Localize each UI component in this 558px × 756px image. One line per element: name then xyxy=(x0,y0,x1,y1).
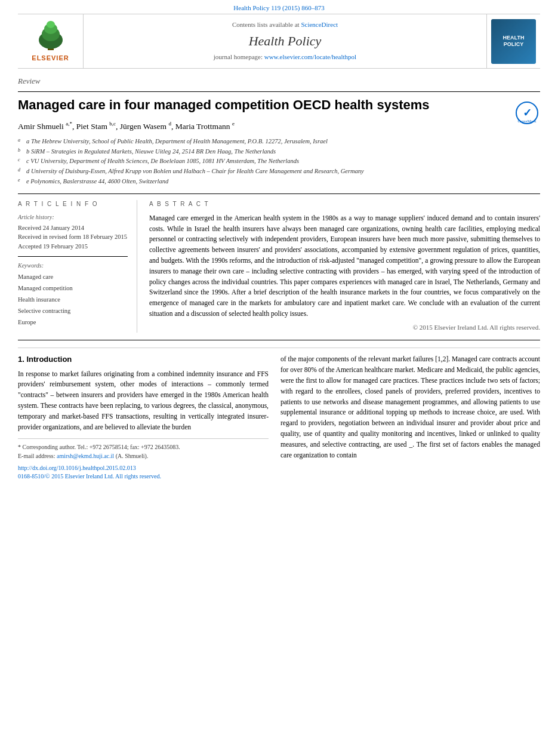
body-footnote: * Corresponding author. Tel.: +972 26758… xyxy=(18,438,269,460)
affil-d: dd University of Duisburg-Essen, Alfred … xyxy=(18,167,540,176)
keyword-3: Health insurance xyxy=(18,294,128,306)
sciencedirect-link[interactable]: ScienceDirect xyxy=(301,21,338,28)
journal-homepage: journal homepage: www.elsevier.com/locat… xyxy=(90,53,480,62)
main-content: Review Managed care in four managed comp… xyxy=(0,69,558,487)
two-col-section: A R T I C L E I N F O Article history: R… xyxy=(18,193,540,333)
accepted-date: Accepted 19 February 2015 xyxy=(18,242,128,251)
doi-area: http://dx.doi.org/10.1016/j.healthpol.20… xyxy=(18,464,269,481)
journal-center: Contents lists available at ScienceDirec… xyxy=(84,14,486,67)
intro-heading: 1. Introduction xyxy=(18,354,269,365)
crossmark-svg: ✓ CrossMark xyxy=(515,101,539,125)
affil-b: bb SiRM – Strategies in Regulated Market… xyxy=(18,147,540,156)
keywords-group: Keywords: Managed care Managed competiti… xyxy=(18,262,128,328)
email-note: E-mail address: amirsh@ekmd.huji.ac.il (… xyxy=(18,451,269,460)
homepage-link[interactable]: www.elsevier.com/locate/healthpol xyxy=(264,53,356,60)
keywords-title: Keywords: xyxy=(18,262,128,270)
journal-title: Health Policy xyxy=(90,32,480,51)
article-history-title: Article history: xyxy=(18,213,128,222)
keywords-list: Managed care Managed competition Health … xyxy=(18,272,128,328)
journal-logo-left: ELSEVIER xyxy=(18,14,84,67)
article-info-label: A R T I C L E I N F O xyxy=(18,200,128,208)
svg-text:CrossMark: CrossMark xyxy=(517,119,537,124)
keyword-1: Managed care xyxy=(18,272,128,283)
affil-a: aa The Hebrew University, School of Publ… xyxy=(18,137,540,146)
keyword-2: Managed competition xyxy=(18,283,128,294)
article-history-group: Article history: Received 24 January 201… xyxy=(18,213,128,251)
article-type: Review xyxy=(18,76,540,87)
elsevier-wordmark: ELSEVIER xyxy=(32,54,69,63)
authors-line: Amir Shmueli a,*, Piet Stam b,c, Jürgen … xyxy=(18,120,540,132)
abstract-label: A B S T R A C T xyxy=(149,200,540,208)
corresponding-note: * Corresponding author. Tel.: +972 26758… xyxy=(18,442,269,451)
doi-link[interactable]: http://dx.doi.org/10.1016/j.healthpol.20… xyxy=(18,465,136,471)
keyword-5: Europe xyxy=(18,317,128,328)
affil-e: ee Polynomics, Baslerstrasse 44, 4600 Ol… xyxy=(18,177,540,186)
abstract-text: Managed care emerged in the American hea… xyxy=(149,213,540,319)
body-right: of the major components of the relevant … xyxy=(280,354,540,481)
received-date: Received 24 January 2014 xyxy=(18,223,128,233)
article-title: Managed care in four managed competition… xyxy=(18,97,540,114)
body-content: 1. Introduction In response to market fa… xyxy=(18,348,540,481)
email-link[interactable]: amirsh@ekmd.huji.ac.il xyxy=(57,453,114,459)
svg-text:✓: ✓ xyxy=(522,107,531,119)
abstract-copyright: © 2015 Elsevier Ireland Ltd. All rights … xyxy=(149,323,540,332)
sciencedirect-line: Contents lists available at ScienceDirec… xyxy=(90,20,480,29)
intro-para2: of the major components of the relevant … xyxy=(280,354,540,460)
keyword-4: Selective contracting xyxy=(18,306,128,317)
revised-date: Received in revised form 18 February 201… xyxy=(18,232,128,242)
affil-c: cc VU University, Department of Health S… xyxy=(18,156,540,166)
article-title-wrapper: Managed care in four managed competition… xyxy=(18,97,540,114)
journal-header: ELSEVIER Contents lists available at Sci… xyxy=(18,14,540,68)
health-policy-badge: HEALTH POLICY xyxy=(491,19,536,64)
body-left: 1. Introduction In response to market fa… xyxy=(18,354,269,481)
crossmark-icon[interactable]: ✓ CrossMark xyxy=(513,100,540,127)
elsevier-tree-icon xyxy=(30,19,72,52)
affiliations: aa The Hebrew University, School of Publ… xyxy=(18,137,540,186)
journal-ref: Health Policy 119 (2015) 860–873 xyxy=(233,4,324,11)
abstract-col: A B S T R A C T Managed care emerged in … xyxy=(149,200,540,333)
svg-point-4 xyxy=(47,21,55,28)
journal-logo-right: HEALTH POLICY xyxy=(486,14,540,67)
issn-text: 0168-8510/© 2015 Elsevier Ireland Ltd. A… xyxy=(18,473,161,480)
journal-top-bar: Health Policy 119 (2015) 860–873 xyxy=(0,0,558,14)
article-info-col: A R T I C L E I N F O Article history: R… xyxy=(18,200,137,333)
intro-para1: In response to market failures originati… xyxy=(18,369,269,433)
